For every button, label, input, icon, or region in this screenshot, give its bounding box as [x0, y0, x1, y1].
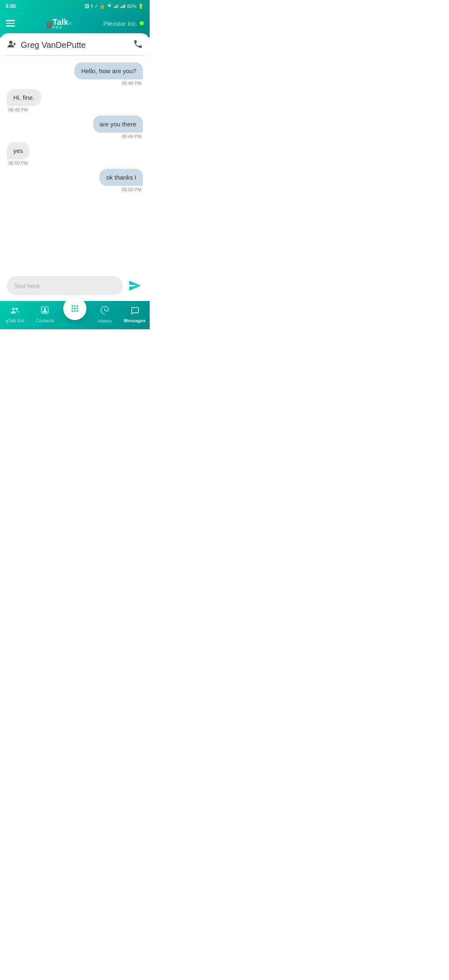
- app-logo: g Talk ® PBX: [47, 17, 72, 30]
- bubble-5: ok thanks I: [99, 169, 143, 186]
- messages-icon: [130, 306, 139, 317]
- contacts-label: Contacts: [36, 318, 54, 323]
- history-icon: [100, 306, 109, 317]
- nav-contacts[interactable]: Contacts: [30, 304, 60, 325]
- svg-rect-3: [118, 4, 118, 8]
- svg-point-24: [72, 310, 73, 312]
- svg-point-23: [76, 308, 78, 309]
- chat-body: Hello, how are you?06:48 PMHi, fine.06:4…: [0, 56, 150, 272]
- svg-point-19: [74, 305, 76, 307]
- svg-rect-4: [121, 7, 121, 8]
- svg-point-14: [44, 308, 46, 311]
- svg-point-12: [15, 308, 18, 310]
- wifi-icon: [106, 4, 112, 9]
- call-icon[interactable]: [133, 39, 143, 51]
- svg-rect-2: [116, 5, 117, 8]
- svg-rect-6: [123, 5, 124, 8]
- message-1: Hello, how are you?06:48 PM: [74, 62, 143, 86]
- svg-rect-5: [122, 6, 123, 8]
- nav-gtalk-ext[interactable]: gTalk Ext: [0, 304, 30, 325]
- msg-time-1: 06:48 PM: [120, 81, 143, 86]
- msg-time-3: 06:49 PM: [120, 134, 143, 139]
- svg-rect-0: [114, 7, 115, 8]
- svg-point-21: [72, 308, 73, 309]
- nav-dialpad[interactable]: [63, 297, 86, 320]
- bottom-navigation: gTalk Ext Contacts ·: [0, 301, 150, 329]
- lock-icon: 🔒: [100, 4, 105, 9]
- signal1-icon: [114, 4, 119, 9]
- svg-point-11: [12, 308, 15, 310]
- svg-rect-1: [115, 6, 116, 8]
- bubble-4: yes: [7, 142, 30, 159]
- online-status-dot: [140, 21, 144, 25]
- logo-g-letter: g: [47, 17, 52, 30]
- chat-header: Greg VanDePutte: [0, 33, 150, 55]
- message-input[interactable]: [7, 276, 123, 295]
- nav-history[interactable]: History: [90, 304, 120, 325]
- message-5: ok thanks I06:50 PM: [99, 169, 143, 192]
- message-3: are you there06:49 PM: [93, 116, 143, 139]
- svg-point-8: [9, 41, 12, 44]
- msg-time-5: 06:50 PM: [120, 187, 143, 192]
- status-time: 6:50: [6, 3, 16, 9]
- status-bar: 6:50 🖼 f ✓ 🔒: [0, 0, 150, 12]
- svg-point-25: [74, 310, 76, 312]
- svg-rect-7: [124, 4, 125, 8]
- gtalk-ext-label: gTalk Ext: [6, 318, 25, 323]
- bubble-3: are you there: [93, 116, 143, 133]
- svg-point-22: [74, 308, 76, 309]
- nav-messages[interactable]: Messages: [120, 304, 150, 325]
- messages-label: Messages: [124, 318, 146, 323]
- gtalk-ext-icon: [10, 306, 20, 317]
- battery-icon: 🔋: [138, 4, 144, 9]
- bubble-1: Hello, how are you?: [74, 62, 143, 79]
- company-name: Plexstar Inc.: [103, 20, 144, 27]
- battery-indicator: 82%: [127, 4, 136, 9]
- chat-header-left: Greg VanDePutte: [7, 39, 86, 51]
- svg-point-18: [72, 305, 73, 307]
- message-2: Hi, fine.06:48 PM: [7, 89, 41, 112]
- message-4: yes06:50 PM: [7, 142, 30, 165]
- contact-name: Greg VanDePutte: [21, 40, 86, 50]
- signal2-icon: [121, 4, 126, 9]
- send-button[interactable]: [126, 277, 143, 294]
- facebook-icon: f: [91, 4, 93, 9]
- msg-time-4: 06:50 PM: [7, 160, 30, 165]
- check-icon: ✓: [94, 4, 98, 9]
- logo-pbx-text: PBX: [52, 25, 72, 30]
- svg-point-20: [76, 305, 78, 307]
- history-label: History: [98, 318, 112, 323]
- bubble-2: Hi, fine.: [7, 89, 41, 106]
- svg-point-26: [76, 310, 78, 312]
- add-contact-icon[interactable]: [7, 39, 17, 51]
- image-icon: 🖼: [85, 4, 89, 9]
- status-icons: 🖼 f ✓ 🔒: [85, 4, 144, 9]
- hamburger-menu[interactable]: [6, 20, 15, 27]
- contacts-icon: [40, 306, 49, 317]
- msg-time-2: 06:48 PM: [7, 107, 30, 112]
